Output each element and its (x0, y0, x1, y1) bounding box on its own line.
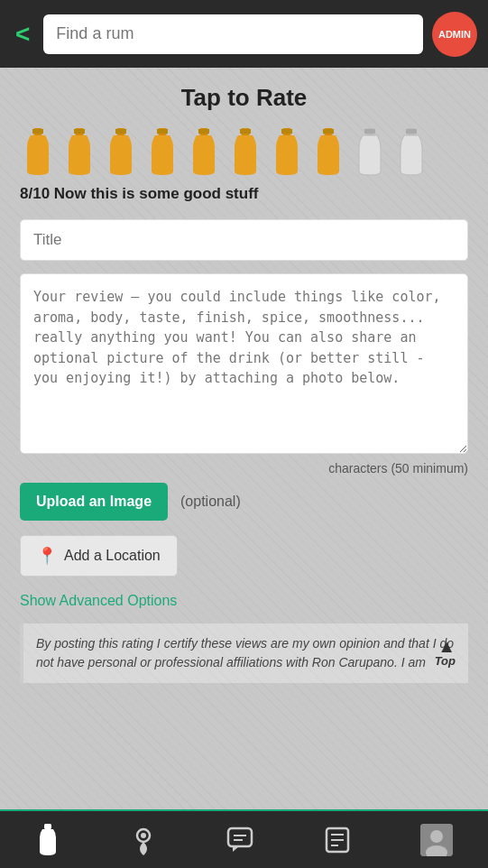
nav-item-location[interactable] (131, 824, 156, 856)
show-advanced-options-link[interactable]: Show Advanced Options (20, 593, 468, 609)
scroll-top-label[interactable]: Top (435, 652, 456, 670)
svg-rect-11 (240, 129, 251, 134)
svg-rect-17 (364, 129, 375, 134)
header: < ADMIN (0, 0, 488, 68)
bottle-10[interactable] (393, 128, 429, 178)
nav-item-chat[interactable] (226, 826, 253, 854)
bottle-5[interactable] (186, 128, 222, 178)
bottle-1[interactable] (20, 128, 56, 178)
location-nav-icon (131, 824, 156, 856)
upload-image-button[interactable]: Upload an Image (20, 483, 168, 521)
admin-button[interactable]: ADMIN (432, 12, 477, 57)
avatar[interactable] (420, 824, 453, 856)
search-input[interactable] (43, 14, 423, 54)
rating-row[interactable] (20, 128, 468, 178)
bottle-7[interactable] (269, 128, 305, 178)
svg-rect-3 (74, 129, 85, 134)
disclaimer-box: By posting this rating I certify these v… (20, 623, 468, 683)
location-pin-icon: 📍 (37, 546, 57, 566)
disclaimer-text: By posting this rating I certify these v… (36, 636, 454, 669)
bottle-6[interactable] (227, 128, 263, 178)
nav-item-bottle[interactable] (35, 824, 60, 856)
svg-rect-13 (281, 129, 292, 134)
svg-rect-5 (115, 129, 126, 134)
bottom-navigation (0, 809, 488, 868)
chat-nav-icon (226, 826, 253, 854)
svg-rect-19 (406, 129, 417, 134)
bottle-8[interactable] (310, 128, 346, 178)
bottle-9[interactable] (352, 128, 388, 178)
svg-rect-1 (32, 129, 43, 134)
chars-info: characters (50 minimum) (20, 461, 468, 476)
title-input[interactable] (20, 219, 468, 261)
svg-point-31 (430, 830, 443, 843)
optional-label: (optional) (180, 494, 241, 510)
add-location-button[interactable]: 📍 Add a Location (20, 535, 178, 577)
bottle-4[interactable] (144, 128, 180, 178)
svg-rect-7 (157, 129, 168, 134)
back-button[interactable]: < (11, 17, 34, 51)
rating-label: 8/10 Now this is some good stuff (20, 185, 468, 203)
review-textarea[interactable] (20, 273, 468, 454)
svg-rect-9 (198, 129, 209, 134)
bottle-3[interactable] (103, 128, 139, 178)
main-content: Tap to Rate (0, 68, 488, 809)
nav-item-list[interactable] (325, 826, 350, 854)
svg-rect-15 (323, 129, 334, 134)
list-nav-icon (325, 826, 350, 854)
svg-rect-23 (228, 828, 252, 846)
svg-rect-20 (44, 824, 51, 829)
upload-row: Upload an Image (optional) (20, 483, 468, 521)
svg-point-22 (141, 833, 146, 838)
nav-item-avatar[interactable] (420, 824, 453, 856)
page-title: Tap to Rate (20, 84, 468, 112)
bottle-nav-icon (35, 824, 60, 856)
bottle-2[interactable] (61, 128, 97, 178)
location-label: Add a Location (64, 548, 161, 564)
